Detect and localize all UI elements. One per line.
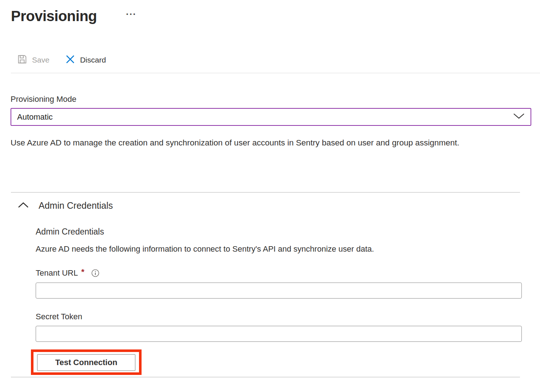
chevron-up-icon	[17, 201, 29, 210]
provisioning-mode-label: Provisioning Mode	[11, 95, 76, 104]
section-divider-bottom	[11, 377, 520, 377]
secret-token-input[interactable]	[36, 326, 522, 342]
tenant-url-input[interactable]	[36, 283, 522, 299]
required-asterisk: *	[81, 267, 84, 277]
more-options-button[interactable]: ···	[126, 9, 136, 20]
discard-button-label: Discard	[80, 56, 106, 64]
provisioning-mode-dropdown[interactable]: Automatic	[11, 108, 531, 126]
chevron-down-icon	[513, 113, 525, 121]
admin-credentials-section-header[interactable]: Admin Credentials	[17, 200, 113, 211]
section-divider-top	[11, 192, 520, 193]
secret-token-label: Secret Token	[36, 312, 82, 321]
admin-credentials-header-label: Admin Credentials	[39, 200, 113, 211]
discard-button[interactable]: Discard	[65, 54, 106, 66]
provisioning-mode-description: Use Azure AD to manage the creation and …	[11, 135, 476, 150]
tenant-url-label: Tenant URL	[36, 268, 78, 278]
info-icon[interactable]	[91, 269, 99, 277]
command-bar: Save Discard	[17, 54, 106, 66]
test-connection-button[interactable]: Test Connection	[37, 354, 135, 371]
page-title: Provisioning	[11, 8, 97, 24]
toolbar-divider	[11, 73, 540, 73]
admin-credentials-subtitle: Admin Credentials	[36, 227, 104, 237]
save-button[interactable]: Save	[17, 54, 49, 66]
tenant-url-label-row: Tenant URL *	[36, 268, 99, 278]
admin-credentials-description: Azure AD needs the following information…	[36, 244, 374, 254]
save-button-label: Save	[32, 56, 49, 64]
discard-x-icon	[65, 54, 76, 66]
dropdown-selected-value: Automatic	[17, 112, 53, 122]
save-icon	[17, 54, 28, 66]
